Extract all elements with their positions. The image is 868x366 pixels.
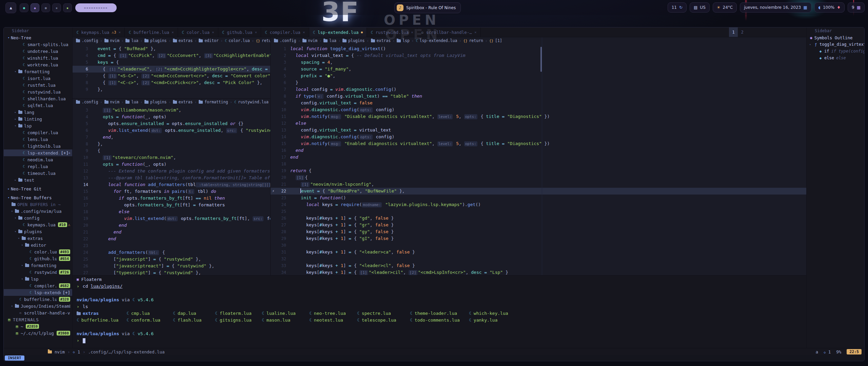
breadcrumb-item[interactable]: ☾rustywind.lua: [234, 100, 269, 104]
breadcrumb-item[interactable]: lua: [323, 38, 336, 43]
neo-tree-item[interactable]: ☾bufferline.lua#328: [4, 296, 72, 303]
code-line[interactable]: 9 },: [73, 86, 270, 93]
neo-tree-item[interactable]: ☾timeout.lua: [4, 170, 72, 177]
neo-tree-section-header[interactable]: ▸Neo-Tree Git: [4, 185, 72, 192]
code-line[interactable]: 24 local keys = require(modname: "lazyvi…: [271, 201, 806, 208]
neo-tree-item[interactable]: ☾sqlfmt.lua: [4, 102, 72, 109]
code-line[interactable]: 13 ---@param tbl table<string, conform.F…: [73, 175, 270, 181]
code-line[interactable]: 16 if opts.formatters_by_ft[ft] == nil t…: [73, 195, 270, 202]
neo-tree-item[interactable]: ▸test: [4, 177, 72, 183]
updates-widget[interactable]: 11↻: [668, 2, 687, 13]
code-line[interactable]: 23: [73, 242, 270, 249]
workspace-button[interactable]: ▪: [63, 3, 72, 12]
tab-keymaps-lua[interactable]: ☾keymaps.lua⚠3×: [73, 27, 125, 37]
code-line[interactable]: 28 keys[#keys + 1] = { "gy", false }: [271, 228, 806, 235]
neo-tree-item[interactable]: ☾color.lua#493: [4, 248, 72, 255]
code-line[interactable]: 25: [271, 208, 806, 215]
workspace-button[interactable]: ●: [20, 3, 28, 12]
neo-tree-item[interactable]: ▾config: [4, 215, 72, 221]
code-line[interactable]: 10 [1]"stevearc/conform.nvim",: [73, 154, 270, 161]
code-line[interactable]: 2 local virtual_text = { -- Default virt…: [271, 52, 806, 59]
neo-tree-item[interactable]: ▫scrollbar-handle-vertical.p: [4, 309, 72, 316]
breadcrumb-item[interactable]: nvim: [104, 100, 120, 104]
neo-tree-item[interactable]: ☾lsp-extended.lu[+]: [4, 289, 72, 296]
code-line[interactable]: 21 end: [73, 229, 270, 236]
temperature-widget[interactable]: ☀24°C: [713, 2, 737, 13]
neo-tree-item[interactable]: ☾github.lua#654: [4, 255, 72, 262]
neo-tree-item[interactable]: ☾worktree.lua: [4, 61, 72, 68]
code-line[interactable]: 7 { [1]"<S-C>", [2]"<cmd>CccConvert<cr>"…: [73, 73, 270, 79]
close-icon[interactable]: ×: [172, 30, 174, 35]
close-icon[interactable]: ×: [303, 30, 305, 35]
neo-tree-item[interactable]: ☾compiler.lua#682: [4, 282, 72, 289]
code-line[interactable]: 15 for ft, formatters in pairs(t: tbl) d…: [73, 188, 270, 195]
code-line[interactable]: 5 opts.ensure_installed = opts.ensure_in…: [73, 120, 270, 127]
neo-tree-item[interactable]: ☾rustywind.lua: [4, 88, 72, 95]
code-line[interactable]: 6 { [1]"<leader>uC", [2]"<cmd>CccHighlig…: [73, 66, 270, 73]
code-line[interactable]: 4 opts = function(_, opts): [73, 114, 270, 120]
breadcrumb-item[interactable]: extras: [173, 100, 193, 104]
workspace-button[interactable]: ▪: [52, 3, 61, 12]
tab-color-lua[interactable]: ☾color.lua×: [178, 27, 218, 37]
code-line[interactable]: 4 cmd = { [1]"CccPick", [2]"CccConvert",…: [73, 52, 270, 59]
neo-tree-item[interactable]: ☾compiler.lua: [4, 129, 72, 136]
breadcrumb-item[interactable]: lua: [125, 38, 138, 43]
code-line[interactable]: 5 prefix = "●",: [271, 73, 806, 79]
neo-tree-item[interactable]: ☾lens.lua: [4, 136, 72, 143]
neo-tree-item[interactable]: ▾lsp: [4, 276, 72, 282]
code-line[interactable]: 17end: [271, 154, 806, 161]
code-line[interactable]: 21 [1]"neovim/nvim-lspconfig",: [271, 181, 806, 188]
code-line[interactable]: 20 [1]{: [271, 174, 806, 181]
outline-item[interactable]: ◈ifif type(config.vi: [807, 48, 864, 55]
code-line[interactable]: 17 opts.formatters_by_ft[ft] = formatter…: [73, 202, 270, 208]
code-line[interactable]: 11 vim.notify(msg: "Disable diagnostics …: [271, 113, 806, 120]
code-line[interactable]: 3 event = { "BufRead" },: [73, 45, 270, 52]
volume-widget[interactable]: ◖100%♦: [814, 2, 845, 13]
tab-compiler-lua[interactable]: ☾compiler.lua×: [261, 27, 309, 37]
breadcrumb-item[interactable]: lsp: [397, 38, 410, 43]
keyboard-layout-widget[interactable]: ▤US: [690, 2, 710, 13]
code-line[interactable]: ⚡22 event = { "BufReadPre", "BufNewFile"…: [271, 188, 806, 195]
launcher-button[interactable]: ▲: [5, 2, 16, 13]
window-title-pill[interactable]: ––––––––––: [75, 3, 117, 12]
neo-tree-item[interactable]: ▾formatting: [4, 262, 72, 269]
breadcrumb-item[interactable]: formatting: [199, 100, 228, 104]
breadcrumb-item[interactable]: ☾lsp-extended.lua: [416, 38, 457, 43]
code-line[interactable]: 19return {: [271, 167, 806, 174]
code-line[interactable]: 25 ["javascript"] = { "rustywind" },: [73, 256, 270, 263]
breadcrumb-item[interactable]: ☾color.lua: [225, 38, 250, 43]
code-line[interactable]: 6 vim.list_extend(dst: opts.ensure_insta…: [73, 127, 270, 134]
neo-tree-item[interactable]: ☾rustywind.lua#726: [4, 269, 72, 276]
neo-tree-item[interactable]: ▾extras: [4, 235, 72, 242]
tab-rustywind-lua[interactable]: ☾rustywind.lua×: [367, 27, 417, 37]
close-icon[interactable]: ×: [212, 30, 214, 35]
tabpage-button[interactable]: 2: [738, 27, 747, 37]
neo-tree-item[interactable]: OPEN BUFFERS in ~: [4, 201, 72, 208]
neo-tree-item[interactable]: ▤~#2859: [4, 323, 72, 330]
code-line[interactable]: 26 ["javascriptreact"] = { "rustywind" }…: [73, 263, 270, 269]
neo-tree-item[interactable]: ▾formatting: [4, 68, 72, 75]
outline-item[interactable]: ▾ƒtoggle_diag_virtextfu: [807, 41, 864, 48]
code-line[interactable]: 27 ["typescript"] = { "rustywind" },: [73, 269, 270, 275]
code-line[interactable]: 12 --- Extend the conform plugin config …: [73, 168, 270, 175]
date-widget[interactable]: jueves, noviembre 16, 2023▦: [740, 2, 811, 13]
code-line[interactable]: 5 keys = {: [73, 59, 270, 66]
code-line[interactable]: 8 },: [73, 141, 270, 147]
breadcrumb-item[interactable]: nvim: [104, 38, 120, 43]
code-line[interactable]: 26 keys[#keys + 1] = { "gd", false }: [271, 215, 806, 222]
breadcrumb-item[interactable]: .config: [76, 38, 98, 43]
code-line[interactable]: 27 keys[#keys + 1] = { "gr", false }: [271, 222, 806, 228]
neo-tree-item[interactable]: ▾.config/nvim/lua: [4, 208, 72, 215]
neo-tree-item[interactable]: ☾shellharden.lua: [4, 95, 72, 102]
apps-widget[interactable]: 9▦: [848, 2, 865, 13]
code-line[interactable]: 8 { [1]"<C-c>", [2]"<cmd>CccPick<cr>", d…: [73, 79, 270, 86]
breadcrumb-item[interactable]: lua: [125, 100, 138, 104]
code-line[interactable]: 18 else: [73, 208, 270, 215]
breadcrumb-item[interactable]: {}return: [256, 38, 270, 43]
neo-tree-section-header[interactable]: ▾Neo-Tree Buffers: [4, 194, 72, 201]
workspace-button[interactable]: ◆: [31, 3, 39, 12]
neo-tree-item[interactable]: ☾winshift.lua: [4, 55, 72, 61]
close-icon[interactable]: ×: [119, 30, 121, 35]
code-line[interactable]: 11 opts = function(_, opts): [73, 161, 270, 168]
code-line[interactable]: 23 init = function(): [271, 195, 806, 201]
